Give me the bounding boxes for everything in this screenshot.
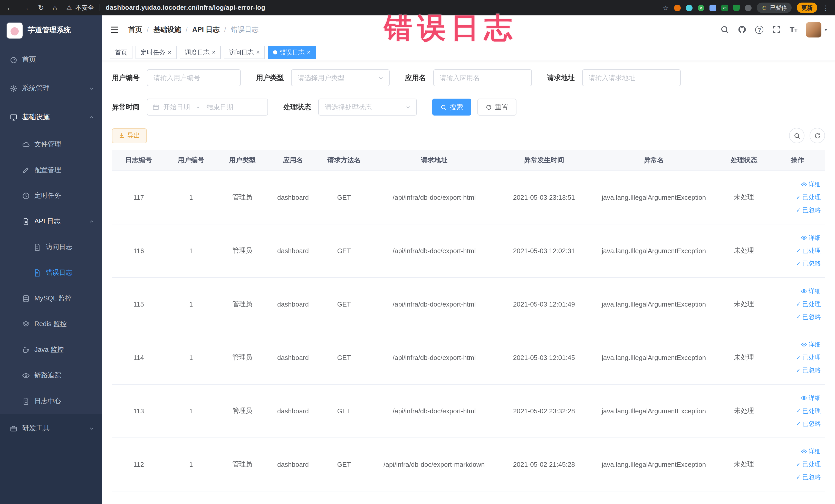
- omnibox[interactable]: ⚠ 不安全 dashboard.yudao.iocoder.cn/infra/l…: [66, 3, 265, 12]
- mark-ignored-link[interactable]: ✓已忽略: [796, 206, 821, 215]
- detail-link[interactable]: 详细: [801, 180, 821, 189]
- avatar[interactable]: [806, 22, 822, 37]
- status-cell: 未处理: [718, 170, 770, 224]
- mark-ignored-link[interactable]: ✓已忽略: [796, 259, 821, 268]
- sidebar-menu: 首页 系统管理 基础设施 文件管理 配置管理: [0, 45, 102, 504]
- mark-processed-link[interactable]: ✓已处理: [796, 406, 821, 415]
- paused-badge[interactable]: ☺ 已暂停: [756, 3, 792, 13]
- export-button[interactable]: 导出: [112, 128, 147, 143]
- logo-avatar: [7, 22, 23, 38]
- user-type-select[interactable]: 请选择用户类型: [291, 69, 390, 86]
- home-icon[interactable]: ⌂: [53, 4, 57, 12]
- mark-processed-link[interactable]: ✓已处理: [796, 300, 821, 308]
- mark-ignored-link[interactable]: ✓已忽略: [796, 313, 821, 321]
- date-range-picker[interactable]: 开始日期 - 结束日期: [147, 99, 268, 116]
- extensions-puzzle-icon[interactable]: [745, 4, 751, 11]
- browser-menu-icon[interactable]: ⋮: [822, 4, 829, 12]
- sidebar-item-scheduled-tasks[interactable]: 定时任务: [0, 183, 102, 208]
- toggle-search-button[interactable]: [789, 128, 805, 143]
- tab-label: 首页: [115, 48, 127, 57]
- sidebar-item-log-center[interactable]: 日志中心: [0, 388, 102, 414]
- mark-processed-link[interactable]: ✓已处理: [796, 353, 821, 362]
- close-icon[interactable]: ×: [168, 49, 171, 56]
- sidebar-item-infrastructure[interactable]: 基础设施: [0, 103, 102, 132]
- mark-ignored-link[interactable]: ✓已忽略: [796, 419, 821, 428]
- sidebar-item-api-logs[interactable]: API 日志: [0, 208, 102, 234]
- extension-icon-tree[interactable]: [733, 4, 739, 11]
- detail-link[interactable]: 详细: [801, 287, 821, 296]
- detail-link[interactable]: 详细: [801, 447, 821, 456]
- font-size-icon[interactable]: TT: [790, 26, 797, 33]
- mark-processed-link[interactable]: ✓已处理: [796, 460, 821, 468]
- sidebar-item-redis-monitor[interactable]: Redis 监控: [0, 311, 102, 337]
- sidebar-item-java-monitor[interactable]: Java 监控: [0, 337, 102, 363]
- eye-icon: [801, 235, 807, 241]
- sidebar-item-file-mgmt[interactable]: 文件管理: [0, 132, 102, 157]
- app-name-input[interactable]: [433, 69, 532, 86]
- user-id-input[interactable]: [147, 69, 241, 86]
- toolbox-icon: [10, 424, 18, 432]
- detail-link[interactable]: 详细: [801, 340, 821, 349]
- collapse-sidebar-icon[interactable]: [110, 25, 119, 34]
- forward-icon[interactable]: →: [22, 4, 29, 12]
- mark-ignored-link[interactable]: ✓已忽略: [796, 473, 821, 481]
- url-text[interactable]: dashboard.yudao.iocoder.cn/infra/log/api…: [106, 4, 265, 11]
- sidebar-item-tracing[interactable]: 链路追踪: [0, 363, 102, 388]
- sidebar-item-access-log[interactable]: 访问日志: [0, 234, 102, 260]
- main-panel: 首页 / 基础设施 / API 日志 / 错误日志 ? TT ▾: [102, 15, 835, 504]
- help-icon[interactable]: ?: [755, 25, 763, 34]
- sidebar-item-home[interactable]: 首页: [0, 45, 102, 74]
- close-icon[interactable]: ×: [256, 49, 260, 56]
- github-icon[interactable]: [738, 25, 747, 34]
- search-icon[interactable]: [720, 25, 729, 34]
- bookmark-star-icon[interactable]: ☆: [663, 4, 669, 12]
- security-label: 不安全: [76, 3, 94, 12]
- breadcrumb-item[interactable]: 首页: [128, 25, 142, 34]
- extension-icon-grid[interactable]: [709, 4, 716, 11]
- tab-scheduled-tasks[interactable]: 定时任务 ×: [136, 46, 177, 59]
- extension-icon-on[interactable]: on: [721, 4, 728, 11]
- sidebar-item-dev-tools[interactable]: 研发工具: [0, 414, 102, 443]
- user-id-cell: 1: [165, 224, 217, 277]
- sidebar-item-config-mgmt[interactable]: 配置管理: [0, 157, 102, 183]
- user-menu[interactable]: ▾: [806, 22, 827, 37]
- tab-home[interactable]: 首页: [110, 46, 133, 59]
- sidebar-item-label: MySQL 监控: [34, 294, 72, 303]
- extension-icon-orange[interactable]: [674, 4, 680, 11]
- refresh-table-button[interactable]: [810, 128, 825, 143]
- back-icon[interactable]: ←: [6, 4, 13, 12]
- tab-schedule-log[interactable]: 调度日志 ×: [180, 46, 221, 59]
- sidebar-item-label: Redis 监控: [34, 319, 67, 329]
- check-icon: ✓: [796, 194, 801, 200]
- detail-link[interactable]: 详细: [801, 234, 821, 242]
- col-actions: 操作: [770, 150, 825, 170]
- mark-processed-link[interactable]: ✓已处理: [796, 246, 821, 255]
- tab-error-log[interactable]: 错误日志 ×: [268, 46, 316, 59]
- fullscreen-icon[interactable]: [772, 25, 781, 34]
- reload-icon[interactable]: ↻: [38, 4, 44, 12]
- search-button[interactable]: 搜索: [432, 99, 471, 116]
- sidebar-item-error-log[interactable]: 错误日志: [0, 260, 102, 285]
- mark-processed-link[interactable]: ✓已处理: [796, 193, 821, 202]
- extension-icon-blue[interactable]: [686, 4, 692, 11]
- close-icon[interactable]: ×: [212, 49, 216, 56]
- breadcrumb-item[interactable]: API 日志: [192, 25, 220, 34]
- check-icon: ✓: [796, 248, 801, 254]
- tab-access-log[interactable]: 访问日志 ×: [224, 46, 265, 59]
- app-title: 芋道管理系统: [28, 26, 71, 35]
- mark-ignored-link[interactable]: ✓已忽略: [796, 366, 821, 375]
- tab-label: 访问日志: [229, 48, 253, 57]
- close-icon[interactable]: ×: [307, 49, 311, 56]
- detail-link[interactable]: 详细: [801, 394, 821, 402]
- request-url-input[interactable]: [582, 69, 680, 86]
- download-icon: [119, 133, 125, 139]
- chevron-down-icon: [405, 104, 411, 110]
- breadcrumb-item[interactable]: 基础设施: [154, 25, 181, 34]
- sidebar-item-system-mgmt[interactable]: 系统管理: [0, 74, 102, 103]
- process-status-select[interactable]: 请选择处理状态: [318, 99, 417, 116]
- logo-block[interactable]: 芋道管理系统: [0, 15, 102, 45]
- reset-button[interactable]: 重置: [477, 99, 516, 116]
- extension-icon-green-v[interactable]: V: [697, 4, 704, 11]
- update-button[interactable]: 更新: [797, 3, 817, 13]
- sidebar-item-mysql-monitor[interactable]: MySQL 监控: [0, 285, 102, 311]
